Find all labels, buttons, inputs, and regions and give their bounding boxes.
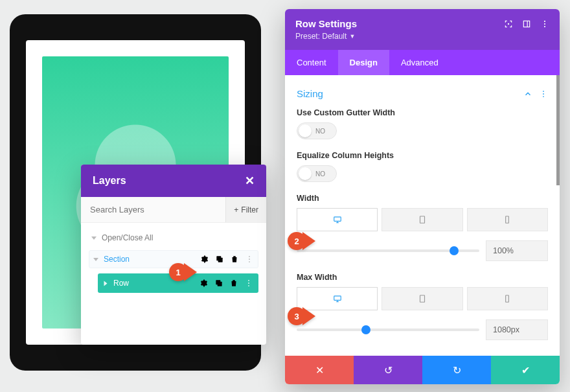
svg-rect-26 [506, 295, 509, 303]
search-input[interactable] [81, 197, 225, 222]
gear-icon[interactable] [200, 255, 209, 264]
filter-button[interactable]: + Filter [225, 197, 266, 222]
equalize-heights-toggle[interactable]: NO [297, 165, 337, 182]
svg-rect-13 [523, 21, 529, 27]
more-icon[interactable] [244, 279, 253, 288]
toggle-value: NO [315, 170, 325, 178]
preset-label: Preset: Default [295, 32, 347, 41]
more-icon[interactable] [540, 19, 549, 29]
device-tablet[interactable] [382, 287, 462, 310]
more-icon[interactable] [245, 255, 254, 264]
svg-point-11 [248, 285, 249, 286]
svg-point-18 [543, 90, 544, 91]
panel-footer: ✕ ↺ ↻ ✔ [285, 356, 560, 384]
discard-button[interactable]: ✕ [285, 356, 354, 384]
svg-rect-22 [420, 216, 424, 224]
maxwidth-device-selector [297, 287, 548, 310]
focus-icon[interactable] [504, 19, 513, 29]
tab-content[interactable]: Content [285, 50, 338, 75]
open-close-all[interactable]: Open/Close All [89, 229, 258, 250]
device-desktop[interactable] [297, 208, 378, 231]
svg-rect-2 [216, 256, 221, 260]
duplicate-icon[interactable] [215, 255, 224, 264]
section-title: Sizing [297, 88, 523, 99]
svg-point-20 [543, 96, 544, 97]
width-slider-row: 100% [297, 240, 548, 261]
caret-down-icon [91, 236, 97, 240]
trash-icon[interactable] [230, 255, 239, 264]
svg-rect-8 [216, 280, 220, 284]
layers-title: Layers [93, 175, 126, 187]
device-tablet[interactable] [382, 208, 462, 231]
device-desktop[interactable] [297, 287, 378, 310]
svg-point-10 [248, 282, 249, 284]
gutter-width-label: Use Custom Gutter Width [297, 108, 548, 117]
svg-point-5 [249, 261, 250, 262]
equalize-heights-label: Equalize Column Heights [297, 151, 548, 160]
duplicate-icon[interactable] [214, 279, 223, 288]
layers-panel: Layers ✕ + Filter Open/Close All Section… [81, 165, 266, 345]
tab-design[interactable]: Design [338, 50, 389, 75]
preset-dropdown[interactable]: Preset: Default ▼ [295, 32, 549, 41]
toggle-value: NO [315, 128, 325, 135]
panel-icon[interactable] [522, 19, 531, 29]
device-phone[interactable] [467, 287, 548, 310]
caret-down-icon: ▼ [349, 33, 355, 40]
caret-right-icon [104, 281, 108, 286]
max-width-label: Max Width [297, 273, 548, 282]
svg-point-15 [544, 20, 545, 21]
svg-rect-24 [334, 296, 341, 300]
svg-point-12 [508, 23, 509, 24]
width-slider[interactable] [297, 249, 479, 252]
row-settings-panel: Row Settings Preset: Default ▼ Content D… [285, 9, 560, 384]
section-label: Section [104, 255, 195, 264]
svg-point-19 [543, 93, 544, 95]
layer-row[interactable]: Row [98, 273, 258, 293]
section-sizing-header[interactable]: Sizing [297, 86, 548, 108]
maxwidth-slider[interactable] [297, 329, 479, 331]
more-icon[interactable] [539, 89, 548, 98]
svg-rect-25 [420, 295, 424, 303]
layer-section[interactable]: Section [89, 250, 258, 268]
width-label: Width [297, 194, 548, 203]
panel-body: Sizing Use Custom Gutter Width NO Equali… [285, 75, 560, 356]
svg-rect-23 [506, 216, 509, 224]
width-value[interactable]: 100% [486, 240, 548, 261]
save-button[interactable]: ✔ [491, 356, 560, 384]
caret-down-icon [93, 258, 98, 261]
svg-rect-21 [334, 217, 341, 221]
plus-icon: + [234, 205, 238, 214]
gear-icon[interactable] [200, 279, 209, 288]
svg-point-4 [249, 259, 250, 260]
panel-header: Row Settings Preset: Default ▼ [285, 9, 560, 50]
svg-point-9 [248, 280, 249, 281]
undo-button[interactable]: ↺ [354, 356, 422, 384]
device-phone[interactable] [467, 208, 548, 231]
trash-icon[interactable] [229, 279, 238, 288]
open-close-label: Open/Close All [102, 233, 153, 242]
svg-point-16 [544, 23, 545, 24]
close-icon[interactable]: ✕ [245, 174, 255, 188]
gutter-width-toggle[interactable]: NO [297, 122, 337, 139]
width-device-selector [297, 208, 548, 231]
panel-title: Row Settings [295, 18, 504, 29]
scrollbar[interactable] [556, 75, 560, 185]
svg-point-17 [544, 26, 545, 27]
layers-body: Open/Close All Section Row [81, 223, 266, 345]
redo-button[interactable]: ↻ [422, 356, 491, 384]
maxwidth-value[interactable]: 1080px [486, 319, 548, 340]
row-label: Row [113, 279, 194, 288]
chevron-up-icon[interactable] [523, 89, 532, 98]
layers-header: Layers ✕ [81, 165, 266, 197]
panel-tabs: Content Design Advanced [285, 50, 560, 75]
layers-search-bar: + Filter [81, 197, 266, 223]
filter-label: Filter [241, 205, 258, 214]
maxwidth-slider-row: 1080px [297, 319, 548, 340]
svg-point-3 [249, 256, 250, 257]
tab-advanced[interactable]: Advanced [389, 50, 450, 75]
